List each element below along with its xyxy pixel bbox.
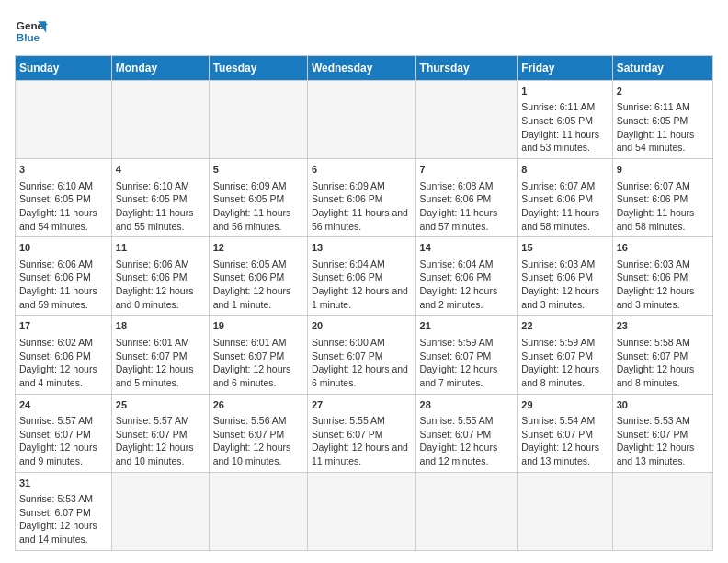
day-number: 6 bbox=[312, 163, 412, 177]
day-number: 21 bbox=[420, 319, 514, 333]
calendar-cell: 24Sunrise: 5:57 AM Sunset: 6:07 PM Dayli… bbox=[16, 394, 112, 472]
calendar-cell: 28Sunrise: 5:55 AM Sunset: 6:07 PM Dayli… bbox=[415, 394, 518, 472]
day-info: Sunrise: 6:11 AM Sunset: 6:05 PM Dayligh… bbox=[521, 100, 608, 155]
day-info: Sunrise: 6:07 AM Sunset: 6:06 PM Dayligh… bbox=[521, 179, 608, 234]
day-info: Sunrise: 5:54 AM Sunset: 6:07 PM Dayligh… bbox=[521, 414, 608, 468]
day-info: Sunrise: 6:09 AM Sunset: 6:06 PM Dayligh… bbox=[312, 179, 412, 234]
calendar-cell bbox=[111, 81, 209, 159]
calendar-cell bbox=[209, 472, 307, 550]
calendar-cell bbox=[307, 472, 415, 550]
calendar-cell: 23Sunrise: 5:58 AM Sunset: 6:07 PM Dayli… bbox=[612, 316, 712, 394]
calendar-cell bbox=[209, 81, 307, 159]
calendar-cell: 7Sunrise: 6:08 AM Sunset: 6:06 PM Daylig… bbox=[415, 159, 518, 237]
day-info: Sunrise: 5:59 AM Sunset: 6:07 PM Dayligh… bbox=[420, 336, 514, 390]
day-number: 13 bbox=[312, 241, 412, 255]
day-number: 27 bbox=[312, 398, 412, 412]
day-number: 28 bbox=[420, 398, 514, 412]
day-number: 8 bbox=[521, 163, 608, 177]
day-number: 2 bbox=[617, 85, 709, 98]
calendar-cell: 29Sunrise: 5:54 AM Sunset: 6:07 PM Dayli… bbox=[518, 394, 612, 472]
col-header-wednesday: Wednesday bbox=[307, 56, 415, 81]
calendar-week-4: 17Sunrise: 6:02 AM Sunset: 6:06 PM Dayli… bbox=[16, 316, 713, 394]
day-number: 18 bbox=[116, 319, 205, 333]
svg-text:Blue: Blue bbox=[17, 31, 40, 43]
calendar-cell: 4Sunrise: 6:10 AM Sunset: 6:05 PM Daylig… bbox=[111, 159, 209, 237]
day-info: Sunrise: 6:06 AM Sunset: 6:06 PM Dayligh… bbox=[19, 258, 108, 312]
day-number: 14 bbox=[420, 241, 514, 255]
day-number: 16 bbox=[617, 241, 709, 255]
calendar-cell bbox=[111, 472, 209, 550]
day-info: Sunrise: 6:01 AM Sunset: 6:07 PM Dayligh… bbox=[116, 336, 205, 390]
calendar-cell: 5Sunrise: 6:09 AM Sunset: 6:05 PM Daylig… bbox=[209, 159, 307, 237]
day-info: Sunrise: 5:53 AM Sunset: 6:07 PM Dayligh… bbox=[617, 414, 709, 468]
day-number: 7 bbox=[420, 163, 514, 177]
calendar-cell: 10Sunrise: 6:06 AM Sunset: 6:06 PM Dayli… bbox=[16, 237, 112, 316]
calendar-cell bbox=[307, 81, 415, 159]
day-number: 23 bbox=[617, 319, 709, 333]
day-info: Sunrise: 6:11 AM Sunset: 6:05 PM Dayligh… bbox=[617, 100, 709, 155]
day-info: Sunrise: 5:58 AM Sunset: 6:07 PM Dayligh… bbox=[617, 336, 709, 390]
calendar-table: SundayMondayTuesdayWednesdayThursdayFrid… bbox=[15, 55, 713, 551]
day-info: Sunrise: 6:04 AM Sunset: 6:06 PM Dayligh… bbox=[420, 258, 514, 312]
calendar-cell: 13Sunrise: 6:04 AM Sunset: 6:06 PM Dayli… bbox=[307, 237, 415, 316]
calendar-cell: 25Sunrise: 5:57 AM Sunset: 6:07 PM Dayli… bbox=[111, 394, 209, 472]
calendar-cell: 27Sunrise: 5:55 AM Sunset: 6:07 PM Dayli… bbox=[307, 394, 415, 472]
day-number: 12 bbox=[213, 241, 303, 255]
day-info: Sunrise: 5:53 AM Sunset: 6:07 PM Dayligh… bbox=[19, 492, 108, 546]
calendar-cell: 31Sunrise: 5:53 AM Sunset: 6:07 PM Dayli… bbox=[16, 472, 112, 550]
day-info: Sunrise: 6:01 AM Sunset: 6:07 PM Dayligh… bbox=[213, 336, 303, 390]
day-number: 15 bbox=[521, 241, 608, 255]
calendar-cell: 22Sunrise: 5:59 AM Sunset: 6:07 PM Dayli… bbox=[518, 316, 612, 394]
calendar-cell bbox=[415, 472, 518, 550]
logo: General Blue bbox=[15, 15, 48, 48]
calendar-cell: 26Sunrise: 5:56 AM Sunset: 6:07 PM Dayli… bbox=[209, 394, 307, 472]
day-headers-row: SundayMondayTuesdayWednesdayThursdayFrid… bbox=[16, 56, 713, 81]
day-number: 29 bbox=[521, 398, 608, 412]
day-number: 1 bbox=[521, 85, 608, 98]
calendar-cell: 21Sunrise: 5:59 AM Sunset: 6:07 PM Dayli… bbox=[415, 316, 518, 394]
day-info: Sunrise: 6:10 AM Sunset: 6:05 PM Dayligh… bbox=[116, 179, 205, 234]
day-number: 17 bbox=[19, 319, 108, 333]
col-header-sunday: Sunday bbox=[16, 56, 112, 81]
calendar-cell: 8Sunrise: 6:07 AM Sunset: 6:06 PM Daylig… bbox=[518, 159, 612, 237]
calendar-cell: 18Sunrise: 6:01 AM Sunset: 6:07 PM Dayli… bbox=[111, 316, 209, 394]
day-info: Sunrise: 6:00 AM Sunset: 6:07 PM Dayligh… bbox=[312, 336, 412, 390]
calendar-cell: 11Sunrise: 6:06 AM Sunset: 6:06 PM Dayli… bbox=[111, 237, 209, 316]
calendar-cell: 30Sunrise: 5:53 AM Sunset: 6:07 PM Dayli… bbox=[612, 394, 712, 472]
day-info: Sunrise: 5:57 AM Sunset: 6:07 PM Dayligh… bbox=[19, 414, 108, 468]
day-number: 30 bbox=[617, 398, 709, 412]
day-number: 10 bbox=[19, 241, 108, 255]
day-info: Sunrise: 6:06 AM Sunset: 6:06 PM Dayligh… bbox=[116, 258, 205, 312]
col-header-tuesday: Tuesday bbox=[209, 56, 307, 81]
day-number: 11 bbox=[116, 241, 205, 255]
day-info: Sunrise: 6:10 AM Sunset: 6:05 PM Dayligh… bbox=[19, 179, 108, 234]
col-header-saturday: Saturday bbox=[612, 56, 712, 81]
day-number: 4 bbox=[116, 163, 205, 177]
day-number: 26 bbox=[213, 398, 303, 412]
calendar-week-6: 31Sunrise: 5:53 AM Sunset: 6:07 PM Dayli… bbox=[16, 472, 713, 550]
day-number: 25 bbox=[116, 398, 205, 412]
day-info: Sunrise: 5:55 AM Sunset: 6:07 PM Dayligh… bbox=[420, 414, 514, 468]
col-header-monday: Monday bbox=[111, 56, 209, 81]
day-info: Sunrise: 5:59 AM Sunset: 6:07 PM Dayligh… bbox=[521, 336, 608, 390]
calendar-cell bbox=[612, 472, 712, 550]
day-number: 3 bbox=[19, 163, 108, 177]
day-info: Sunrise: 6:03 AM Sunset: 6:06 PM Dayligh… bbox=[521, 258, 608, 312]
logo-icon: General Blue bbox=[15, 15, 48, 48]
calendar-cell: 3Sunrise: 6:10 AM Sunset: 6:05 PM Daylig… bbox=[16, 159, 112, 237]
day-info: Sunrise: 6:03 AM Sunset: 6:06 PM Dayligh… bbox=[617, 258, 709, 312]
day-info: Sunrise: 5:56 AM Sunset: 6:07 PM Dayligh… bbox=[213, 414, 303, 468]
calendar-cell bbox=[16, 81, 112, 159]
calendar-cell: 9Sunrise: 6:07 AM Sunset: 6:06 PM Daylig… bbox=[612, 159, 712, 237]
day-info: Sunrise: 6:07 AM Sunset: 6:06 PM Dayligh… bbox=[617, 179, 709, 234]
day-info: Sunrise: 6:05 AM Sunset: 6:06 PM Dayligh… bbox=[213, 258, 303, 312]
calendar-cell bbox=[415, 81, 518, 159]
calendar-cell: 19Sunrise: 6:01 AM Sunset: 6:07 PM Dayli… bbox=[209, 316, 307, 394]
day-number: 22 bbox=[521, 319, 608, 333]
calendar-cell: 2Sunrise: 6:11 AM Sunset: 6:05 PM Daylig… bbox=[612, 81, 712, 159]
day-info: Sunrise: 5:57 AM Sunset: 6:07 PM Dayligh… bbox=[116, 414, 205, 468]
col-header-friday: Friday bbox=[518, 56, 612, 81]
calendar-cell: 16Sunrise: 6:03 AM Sunset: 6:06 PM Dayli… bbox=[612, 237, 712, 316]
day-number: 9 bbox=[617, 163, 709, 177]
day-number: 20 bbox=[312, 319, 412, 333]
